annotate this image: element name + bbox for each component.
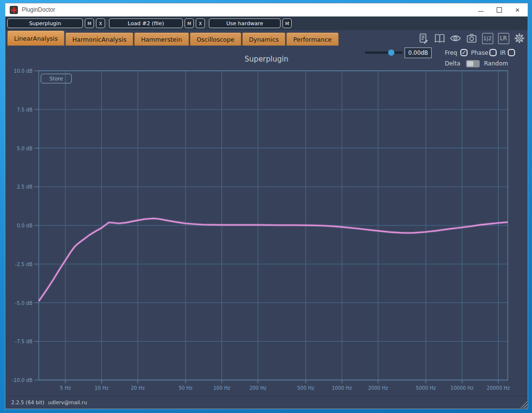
titlebar[interactable]: PluginDoctor ✕ (5, 3, 528, 16)
tab-dynamics[interactable]: Dynamics (242, 32, 286, 46)
analysis-tabbar: LinearAnalysis HarmonicAnalysis Hammerst… (5, 30, 528, 46)
x-tick-label: 5000 Hz (416, 385, 436, 391)
linear-analysis-panel: 5 Hz10 Hz20 Hz50 Hz100 Hz200 Hz500 Hz100… (5, 46, 528, 396)
x-tick-label: 100 Hz (213, 385, 230, 391)
gain-slider-handle[interactable] (388, 49, 394, 56)
app-window: PluginDoctor ✕ Superplugin M X Load #2 (… (5, 3, 528, 409)
y-tick-label: 0.0 dB (17, 223, 32, 228)
x-tick-label: 1000 Hz (332, 385, 352, 391)
tab-linear-analysis[interactable]: LinearAnalysis (7, 31, 64, 46)
slot-1-mute-button[interactable]: M (85, 18, 94, 28)
settings-gear-icon[interactable] (513, 32, 526, 45)
minimize-button[interactable] (471, 3, 490, 16)
x-tick-label: 20000 Hz (487, 385, 510, 391)
y-tick-label: -10.0 dB (12, 378, 32, 383)
close-button[interactable]: ✕ (508, 3, 527, 16)
plugin-slot-1-button[interactable]: Superplugin (7, 18, 83, 28)
left-right-channel-icon[interactable]: LR (497, 32, 510, 45)
notes-edit-icon[interactable] (417, 32, 430, 45)
tab-hammerstein[interactable]: Hammerstein (134, 32, 189, 46)
y-tick-label: 2.5 dB (17, 184, 32, 190)
app-logo-icon (10, 6, 18, 14)
camera-screenshot-icon[interactable] (465, 32, 478, 45)
hardware-mute-button[interactable]: M (282, 18, 292, 28)
slot-2-remove-button[interactable]: X (196, 18, 205, 28)
x-tick-label: 20 Hz (131, 385, 145, 391)
y-tick-label: -7.5 dB (15, 339, 32, 344)
window-title: PluginDoctor (22, 6, 55, 13)
x-tick-label: 200 Hz (250, 385, 266, 391)
desktop-background: PluginDoctor ✕ Superplugin M X Load #2 (… (0, 0, 532, 413)
x-tick-label: 2000 Hz (368, 385, 388, 391)
x-tick-label: 10 Hz (94, 385, 109, 391)
phase-checkbox[interactable]: ✓ (489, 49, 497, 56)
freq-label: Freq (445, 49, 457, 56)
frequency-response-chart[interactable]: 5 Hz10 Hz20 Hz50 Hz100 Hz200 Hz500 Hz100… (5, 46, 528, 396)
plugin-slot-2-button[interactable]: Load #2 (file) (109, 18, 183, 28)
delta-random-toggle[interactable] (466, 60, 480, 67)
check-icon: ✓ (462, 50, 466, 55)
version-text: 2.2.5 (64 bit) (11, 399, 45, 405)
y-tick-label: 7.5 dB (17, 107, 32, 112)
tab-oscilloscope[interactable]: Oscilloscope (190, 32, 241, 46)
ir-label: IR (500, 49, 506, 56)
slot-2-mute-button[interactable]: M (185, 18, 194, 28)
freq-checkbox[interactable]: ✓ (460, 49, 468, 56)
tab-performance[interactable]: Performance (286, 32, 338, 46)
delta-label: Delta (445, 60, 460, 67)
minimize-icon (478, 11, 484, 12)
x-tick-label: 500 Hz (297, 385, 314, 391)
manual-book-icon[interactable] (433, 32, 446, 45)
maximize-button[interactable] (490, 3, 508, 16)
tab-harmonic-analysis[interactable]: HarmonicAnalysis (65, 32, 133, 46)
eye-icon[interactable] (449, 32, 462, 45)
y-tick-label: 5.0 dB (17, 146, 32, 151)
ir-checkbox[interactable]: ✓ (508, 49, 515, 56)
store-button[interactable]: Store (41, 74, 72, 83)
channel-1-2-icon[interactable]: 1|2 (481, 32, 494, 45)
toggle-knob (467, 61, 473, 66)
slot-1-remove-button[interactable]: X (96, 18, 105, 28)
y-tick-label: 10.0 dB (14, 68, 32, 74)
close-icon: ✕ (515, 7, 520, 13)
y-tick-label: -5.0 dB (15, 301, 32, 306)
y-tick-label: -2.5 dB (15, 262, 32, 267)
x-tick-label: 50 Hz (179, 385, 193, 391)
gain-value-field[interactable]: 0.00dB (405, 48, 432, 58)
window-controls: ✕ (471, 3, 527, 16)
x-tick-label: 5 Hz (60, 385, 71, 391)
statusbar: 2.2.5 (64 bit) udlerv@mail.ru (5, 396, 528, 409)
use-hardware-button[interactable]: Use hardware (209, 18, 281, 28)
plugin-slot-toolbar: Superplugin M X Load #2 (file) M X Use h… (5, 16, 528, 30)
x-tick-label: 10000 Hz (451, 385, 474, 391)
phase-label: Phase (471, 49, 488, 56)
header-icon-row: 1|2 LR (417, 32, 526, 45)
random-label: Random (484, 60, 508, 67)
maximize-icon (497, 7, 502, 13)
license-email-text: udlerv@mail.ru (48, 399, 87, 405)
resize-grip[interactable] (520, 401, 527, 408)
response-curve (39, 219, 508, 302)
gain-slider-track[interactable] (365, 51, 403, 54)
